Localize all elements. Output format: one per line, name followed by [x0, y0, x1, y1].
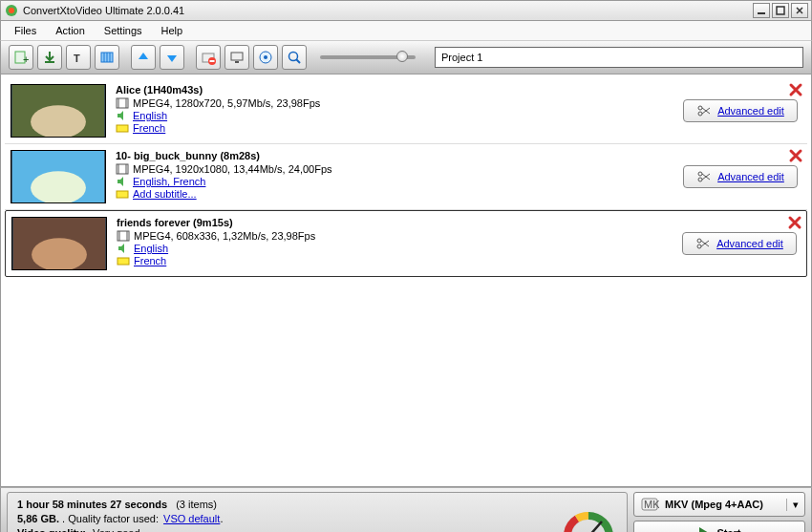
start-button[interactable]: Start	[633, 521, 805, 532]
svg-rect-42	[118, 258, 129, 265]
move-up-button[interactable]	[131, 45, 156, 70]
svg-point-28	[698, 112, 702, 116]
chapters-button[interactable]	[95, 45, 119, 70]
item-list: Alice (1H40m43s) MPEG4, 1280x720, 5,97Mb…	[0, 74, 812, 487]
item-title: 10- big_buck_bunny (8m28s)	[116, 150, 683, 161]
audio-link[interactable]: English, French	[133, 176, 205, 187]
maximize-button[interactable]	[772, 3, 789, 18]
app-icon	[4, 3, 19, 18]
items-count: (3 items)	[176, 499, 217, 510]
audio-icon	[117, 243, 130, 254]
play-icon	[697, 526, 711, 532]
scissors-icon	[696, 104, 712, 117]
menu-settings[interactable]: Settings	[95, 23, 152, 38]
svg-rect-16	[235, 61, 239, 63]
delete-button[interactable]	[788, 82, 803, 99]
svg-point-35	[698, 172, 702, 176]
item-spec: MPEG4, 608x336, 1,32Mb/s, 23,98Fps	[134, 230, 315, 242]
quality-gauge-icon	[560, 497, 617, 532]
output-format-selector[interactable]: MKV MKV (Mpeg 4+AAC) ▾	[633, 492, 805, 517]
item-title: friends forever (9m15s)	[117, 217, 682, 228]
svg-text:+: +	[23, 53, 29, 65]
titlebar: ConvertXtoVideo Ultimate 2.0.0.41	[0, 0, 812, 21]
audio-icon	[116, 176, 129, 187]
svg-text:T: T	[74, 53, 80, 64]
window-title: ConvertXtoVideo Ultimate 2.0.0.41	[23, 5, 751, 16]
menubar: Files Action Settings Help	[0, 21, 812, 40]
start-button-label: Start	[716, 527, 740, 532]
svg-point-43	[697, 239, 701, 243]
list-item[interactable]: 10- big_buck_bunny (8m28s) MPEG4, 1920x1…	[5, 144, 807, 210]
svg-rect-14	[210, 60, 215, 62]
total-duration: 1 hour 58 minutes 27 seconds	[17, 499, 167, 510]
menu-help[interactable]: Help	[152, 23, 193, 38]
svg-point-36	[698, 178, 702, 181]
item-spec: MPEG4, 1280x720, 5,97Mb/s, 23,98Fps	[133, 97, 320, 109]
svg-rect-15	[231, 53, 243, 60]
close-button[interactable]	[791, 3, 808, 18]
thumbnail	[11, 217, 107, 270]
item-title: Alice (1H40m43s)	[116, 84, 683, 96]
thumbnail	[11, 150, 106, 203]
footer-info: 1 hour 58 minutes 27 seconds (3 items) 5…	[7, 492, 628, 532]
footer-duration-line: 1 hour 58 minutes 27 seconds (3 items)	[17, 499, 617, 510]
film-icon	[116, 163, 129, 175]
svg-point-18	[264, 55, 267, 59]
scissors-icon	[695, 237, 711, 250]
svg-rect-6	[45, 61, 54, 63]
scissors-icon	[696, 170, 712, 183]
menu-action[interactable]: Action	[46, 23, 95, 38]
burn-button[interactable]	[253, 45, 278, 70]
svg-point-1	[9, 8, 14, 13]
subtitle-link[interactable]: French	[134, 255, 166, 266]
delete-button[interactable]	[788, 148, 803, 165]
slider-thumb[interactable]	[396, 51, 408, 62]
video-quality-value: Very good	[93, 527, 140, 532]
delete-button[interactable]	[787, 215, 802, 232]
preview-button[interactable]	[282, 45, 307, 70]
text-button[interactable]: T	[66, 45, 91, 70]
download-button[interactable]	[37, 45, 62, 70]
film-icon	[116, 97, 129, 109]
minimize-button[interactable]	[753, 3, 770, 18]
audio-link[interactable]: English	[134, 243, 168, 254]
move-down-button[interactable]	[160, 45, 184, 70]
add-file-button[interactable]: +	[9, 45, 33, 70]
subtitle-icon	[117, 255, 130, 266]
footer: 1 hour 58 minutes 27 seconds (3 items) 5…	[0, 487, 812, 532]
film-icon	[117, 230, 130, 242]
output-format-label: MKV (Mpeg 4+AAC)	[665, 499, 763, 510]
advanced-edit-button[interactable]: Advanced edit	[682, 232, 797, 255]
svg-text:MKV: MKV	[644, 499, 659, 510]
subtitle-icon	[116, 188, 129, 200]
format-dropdown-icon[interactable]: ▾	[786, 499, 799, 511]
advanced-edit-button[interactable]: Advanced edit	[683, 165, 798, 188]
project-name-input[interactable]	[435, 47, 803, 68]
item-spec: MPEG4, 1920x1080, 13,44Mb/s, 24,00Fps	[133, 163, 332, 175]
list-item[interactable]: friends forever (9m15s) MPEG4, 608x336, …	[5, 210, 807, 277]
menu-files[interactable]: Files	[5, 23, 46, 38]
footer-size-line: 5,86 GB. . Quality factor used: VSO defa…	[17, 513, 617, 524]
svg-rect-3	[777, 7, 784, 14]
svg-line-20	[296, 59, 300, 63]
svg-line-45	[588, 521, 602, 532]
quality-factor-link[interactable]: VSO default	[163, 513, 220, 524]
item-info: friends forever (9m15s) MPEG4, 608x336, …	[117, 217, 682, 270]
remove-button[interactable]	[196, 45, 221, 70]
svg-rect-2	[758, 12, 765, 14]
advanced-edit-label: Advanced edit	[717, 171, 784, 182]
subtitle-link[interactable]: Add subtitle...	[133, 188, 197, 200]
monitor-button[interactable]	[224, 45, 249, 70]
audio-link[interactable]: English	[133, 110, 167, 121]
toolbar: + T	[0, 40, 812, 74]
zoom-slider[interactable]	[320, 55, 416, 59]
subtitle-link[interactable]: French	[133, 122, 165, 134]
video-quality-label: Video quality:	[17, 527, 86, 532]
advanced-edit-label: Advanced edit	[717, 105, 784, 117]
item-info: Alice (1H40m43s) MPEG4, 1280x720, 5,97Mb…	[116, 84, 683, 138]
quality-factor-label: . Quality factor used:	[62, 513, 159, 524]
thumbnail	[11, 84, 106, 138]
advanced-edit-button[interactable]: Advanced edit	[683, 99, 798, 122]
svg-rect-26	[117, 125, 128, 132]
list-item[interactable]: Alice (1H40m43s) MPEG4, 1280x720, 5,97Mb…	[5, 78, 807, 144]
